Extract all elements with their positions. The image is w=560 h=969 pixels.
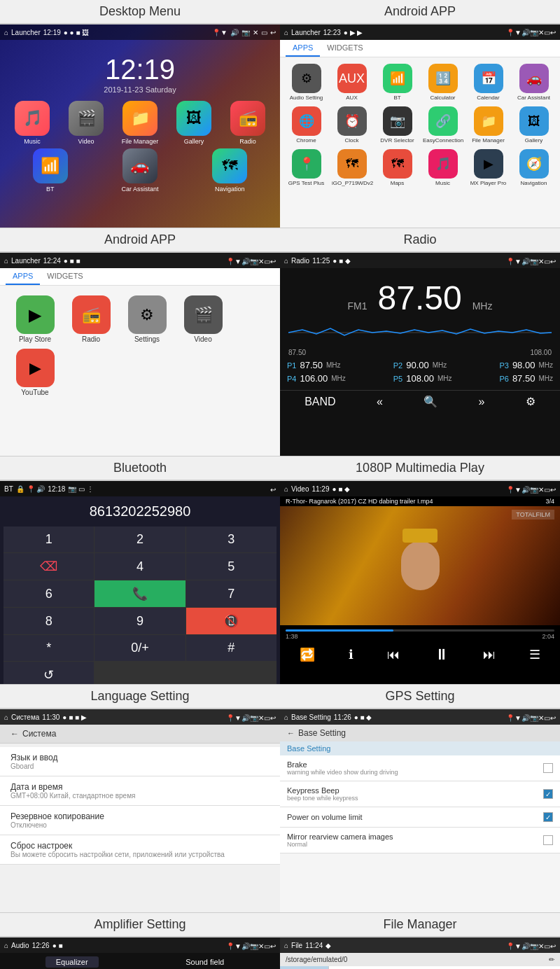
lang-back-icon[interactable]: ← (10, 729, 19, 739)
media-info-icon[interactable]: ℹ (349, 647, 354, 662)
key-8[interactable]: 8 (4, 608, 94, 634)
app-car[interactable]: 🚗 Car Assistant (115, 148, 164, 193)
file-home-icon[interactable]: ⌂ (284, 942, 288, 949)
radio-next-btn[interactable]: » (479, 396, 485, 408)
a2-playstore[interactable]: ▶ Play Store (7, 293, 63, 346)
key-5[interactable]: 5 (186, 553, 276, 580)
close-icon[interactable]: ✕ (253, 29, 258, 36)
lang-item-language[interactable]: Язык и ввод Gboard (0, 747, 280, 776)
home-icon[interactable]: ⌂ (4, 29, 8, 36)
minimize-icon[interactable]: ▭ (261, 29, 267, 36)
android-dvr[interactable]: 📷 DVR Selector (374, 104, 420, 146)
android-car-assistant[interactable]: 🚗 Car Assistant (511, 61, 556, 104)
key-2[interactable]: 2 (94, 527, 185, 552)
radio-search-btn[interactable]: 🔍 (424, 395, 438, 408)
android-easyconn[interactable]: 🔗 EasyConnection (420, 104, 465, 146)
android-maps[interactable]: 🗺 Maps (374, 146, 420, 189)
key-star[interactable]: * (4, 635, 94, 661)
key-7[interactable]: 7 (186, 580, 276, 607)
android-audio-setting[interactable]: ⚙ Audio Setting (284, 61, 329, 104)
file-edit-icon[interactable]: ✏ (549, 956, 554, 963)
lang-home-icon[interactable]: ⌂ (4, 713, 8, 721)
app-gallery[interactable]: 🖼 Gallery (169, 101, 218, 145)
gps-keypress[interactable]: Keypress Beep beep tone while keypress ✓ (280, 781, 560, 807)
preset-p2[interactable]: P2 90.00 MHz (393, 360, 447, 370)
media-home-icon[interactable]: ⌂ (284, 485, 288, 493)
app-video[interactable]: 🎬 Video (62, 101, 111, 145)
tab-apps[interactable]: APPS (286, 40, 320, 57)
lang-item-datetime[interactable]: Дата и время GMT+08:00 Китай, стандартно… (0, 776, 280, 806)
preset-p5[interactable]: P5 108.00 MHz (393, 373, 452, 384)
android-music[interactable]: 🎵 Music (420, 146, 465, 189)
android-igo[interactable]: 🗺 iGO_P719WDv2 (329, 146, 374, 189)
gps-volume-limit[interactable]: Power on volume limit ✓ (280, 807, 560, 828)
key-0[interactable]: 0/+ (94, 635, 185, 661)
a2-tab-widgets[interactable]: WIDGETS (40, 268, 90, 285)
android-filemgr[interactable]: 📁 File Manager (465, 104, 511, 146)
media-play-icon[interactable]: ⏸ (434, 646, 449, 664)
volume-checkbox[interactable]: ✓ (543, 812, 553, 822)
keypress-checkbox[interactable]: ✓ (543, 789, 553, 799)
key-1[interactable]: 1 (4, 527, 94, 552)
key-3[interactable]: 3 (186, 527, 276, 552)
android-clock[interactable]: ⏰ Clock (329, 104, 374, 146)
media-repeat-icon[interactable]: 🔁 (300, 647, 315, 662)
android-gallery[interactable]: 🖼 Gallery (511, 104, 556, 146)
android-navigation[interactable]: 🧭 Navigation (511, 146, 556, 189)
android-gps[interactable]: 📍 GPS Test Plus (284, 146, 329, 189)
a2-tab-apps[interactable]: APPS (6, 268, 40, 285)
progress-bar[interactable] (286, 629, 554, 632)
a2-home[interactable]: ⌂ (4, 257, 8, 265)
back-icon[interactable]: ↩ (270, 29, 276, 36)
a2-settings[interactable]: ⚙ Settings (119, 293, 175, 346)
mirror-checkbox[interactable] (543, 835, 553, 845)
app-radio[interactable]: 📻 Radio (223, 101, 272, 145)
a2-video[interactable]: 🎬 Video (175, 293, 231, 346)
android-bt[interactable]: 📶 BT (374, 61, 420, 104)
key-del[interactable]: ⌫ (4, 553, 94, 580)
tab-widgets[interactable]: WIDGETS (320, 40, 370, 57)
app-nav[interactable]: 🗺 Navigation (205, 148, 254, 193)
radio-band-btn[interactable]: BAND (304, 396, 335, 408)
key-refresh[interactable]: ↺ (4, 662, 94, 684)
file-item-alarms[interactable]: 📁 Alarms(0) 2016-08-18 (329, 966, 560, 969)
gps-home-icon[interactable]: ⌂ (284, 713, 288, 721)
preset-p6[interactable]: P6 87.50 MHz (499, 373, 553, 384)
file-nav-sd0[interactable]: 💾 SD0 (280, 966, 328, 969)
android-aux[interactable]: AUX AUX (329, 61, 374, 104)
media-playlist-icon[interactable]: ☰ (529, 647, 540, 662)
amp-tab-soundfield[interactable]: Sound field (175, 956, 234, 968)
app-bt[interactable]: 📶 BT (26, 148, 75, 193)
radio-home-icon[interactable]: ⌂ (284, 257, 288, 265)
android-calendar[interactable]: 📅 Calendar (465, 61, 511, 104)
key-4[interactable]: 4 (94, 553, 185, 580)
key-9[interactable]: 9 (94, 608, 185, 634)
app-files[interactable]: 📁 File Manager (115, 101, 164, 145)
media-prev-icon[interactable]: ⏮ (387, 648, 400, 662)
key-6[interactable]: 6 (4, 580, 94, 607)
amp-home-icon[interactable]: ⌂ (4, 942, 8, 949)
preset-p4[interactable]: P4 106.00 MHz (287, 373, 346, 384)
gps-mirror[interactable]: Mirror rearview camera images Normal (280, 828, 560, 853)
app-music[interactable]: 🎵 Music (8, 101, 57, 145)
radio-settings-btn[interactable]: ⚙ (526, 395, 536, 408)
a2-radio[interactable]: 📻 Radio (63, 293, 119, 346)
gps-back-icon[interactable]: ← (287, 729, 295, 737)
gps-brake[interactable]: Brake warning while video show during dr… (280, 755, 560, 781)
brake-checkbox[interactable] (543, 763, 553, 773)
amp-tab-equalizer[interactable]: Equalizer (46, 956, 99, 968)
a2-youtube[interactable]: ▶ YouTube (7, 346, 63, 399)
key-hangup[interactable]: 📵 (186, 608, 276, 634)
radio-prev-btn[interactable]: « (377, 396, 383, 408)
android-mxplayer[interactable]: ▶ MX Player Pro (465, 146, 511, 189)
key-call[interactable]: 📞 (94, 580, 185, 607)
preset-p1[interactable]: P1 87.50 MHz (287, 360, 341, 370)
camera-icon[interactable]: 📷 (241, 29, 250, 36)
android-home-icon[interactable]: ⌂ (284, 29, 288, 36)
media-next-icon[interactable]: ⏭ (483, 648, 496, 662)
lang-item-reset[interactable]: Сброс настроек Вы можете сбросить настро… (0, 835, 280, 865)
android-calculator[interactable]: 🔢 Calculator (420, 61, 465, 104)
android-chrome[interactable]: 🌐 Chrome (284, 104, 329, 146)
lang-item-backup[interactable]: Резервное копирование Отключено (0, 806, 280, 835)
key-hash[interactable]: # (186, 635, 276, 661)
